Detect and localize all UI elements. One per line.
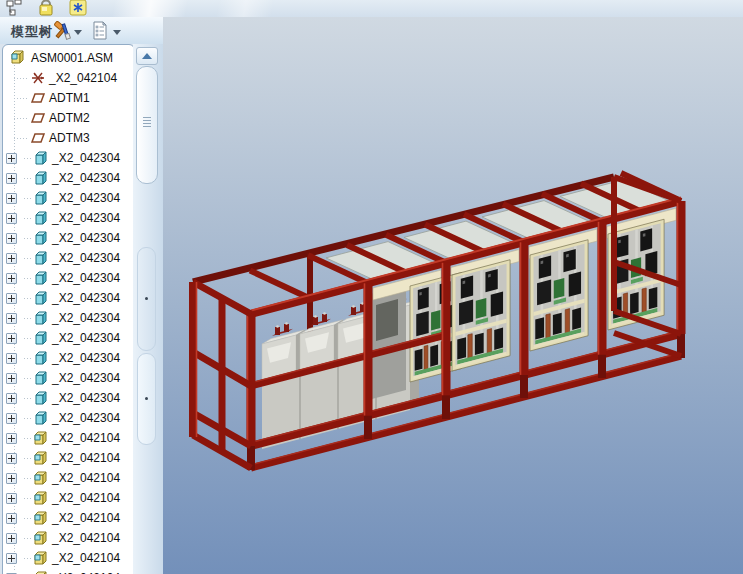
tree-item[interactable]: _X2_042304: [3, 168, 134, 188]
expand-icon[interactable]: [6, 373, 17, 384]
tree-item[interactable]: _X2_042304: [3, 208, 134, 228]
part-icon: [33, 230, 49, 246]
datum-plane-icon: [30, 90, 46, 106]
tree-item[interactable]: _X2_042304: [3, 268, 134, 288]
part-icon: [33, 330, 49, 346]
tree-item-label: _X2_042104: [52, 531, 120, 545]
tree-item[interactable]: _X2_042104: [3, 528, 134, 548]
assembly-icon: [33, 470, 49, 486]
tree-item-label: _X2_042304: [52, 331, 120, 345]
tree-item[interactable]: _X2_042304: [3, 308, 134, 328]
scrollbar-thumb[interactable]: [136, 66, 158, 184]
tree-item[interactable]: ASM0001.ASM: [3, 48, 134, 68]
tree-item[interactable]: _X2_042304: [3, 408, 134, 428]
main-toolbar: [0, 0, 743, 18]
expand-icon[interactable]: [6, 433, 17, 444]
tree-item-label: _X2_042304: [52, 171, 120, 185]
part-icon: [33, 270, 49, 286]
expand-icon[interactable]: [6, 533, 17, 544]
asterisk-icon[interactable]: [68, 0, 88, 16]
part-icon: [33, 210, 49, 226]
assembly-icon: [33, 450, 49, 466]
tree-item[interactable]: _X2_042304: [3, 148, 134, 168]
part-icon: [33, 170, 49, 186]
expand-icon[interactable]: [6, 213, 17, 224]
expand-icon[interactable]: [6, 393, 17, 404]
tree-item[interactable]: _X2_042104: [3, 428, 134, 448]
tree-item-label: _X2_042304: [52, 251, 120, 265]
graphics-viewport[interactable]: [163, 17, 743, 574]
tree-item[interactable]: ADTM1: [3, 88, 134, 108]
tree-item[interactable]: _X2_042304: [3, 388, 134, 408]
part-icon: [33, 410, 49, 426]
expand-icon[interactable]: [6, 253, 17, 264]
list-dropdown-icon[interactable]: [113, 30, 121, 35]
assembly-icon: [33, 530, 49, 546]
part-icon: [33, 190, 49, 206]
expand-icon[interactable]: [6, 313, 17, 324]
part-icon: [33, 330, 49, 346]
tree-filter-dropdown-icon[interactable]: [74, 30, 82, 35]
tree-item[interactable]: _X2_042104: [3, 568, 134, 574]
expand-icon[interactable]: [6, 493, 17, 504]
tree-item-label: ADTM1: [49, 91, 90, 105]
expand-icon[interactable]: [6, 273, 17, 284]
tree-item[interactable]: _X2_042104: [3, 508, 134, 528]
part-icon: [33, 250, 49, 266]
expand-icon[interactable]: [6, 413, 17, 424]
tree-item[interactable]: _X2_042304: [3, 288, 134, 308]
lock-icon[interactable]: [36, 0, 56, 16]
tree-item-label: _X2_042304: [52, 151, 120, 165]
expand-icon[interactable]: [6, 153, 17, 164]
tree-item[interactable]: _X2_042304: [3, 228, 134, 248]
hierarchy-icon[interactable]: [5, 0, 25, 16]
tree-item[interactable]: _X2_042104: [3, 468, 134, 488]
part-icon: [33, 390, 49, 406]
expand-icon[interactable]: [6, 353, 17, 364]
assembly-icon: [33, 490, 49, 506]
assembly-icon: [33, 570, 49, 574]
tree-item-label: ADTM3: [49, 131, 90, 145]
scrollbar-up-button[interactable]: [136, 47, 158, 65]
expand-icon[interactable]: [6, 513, 17, 524]
expand-icon[interactable]: [6, 333, 17, 344]
tree-item-label: _X2_042104: [52, 471, 120, 485]
tree-item[interactable]: ADTM3: [3, 128, 134, 148]
sash-handle-upper[interactable]: [137, 247, 156, 351]
tree-item[interactable]: _X2_042304: [3, 348, 134, 368]
tree-item[interactable]: _X2_042304: [3, 188, 134, 208]
expand-icon[interactable]: [6, 473, 17, 484]
part-icon: [33, 230, 49, 246]
tree-item[interactable]: _X2_042304: [3, 328, 134, 348]
model-tree-header: 模型树: [0, 17, 163, 44]
expand-icon[interactable]: [6, 173, 17, 184]
part-icon: [33, 210, 49, 226]
assembly-icon: [33, 430, 49, 446]
tree-item[interactable]: ADTM2: [3, 108, 134, 128]
tree-item[interactable]: _X2_042304: [3, 368, 134, 388]
model-tree-list: ASM0001.ASM _X2_042104 ADTM1 ADTM2 ADTM3…: [3, 48, 134, 574]
sash-handle-lower[interactable]: [137, 353, 156, 445]
tree-item[interactable]: _X2_042104: [3, 488, 134, 508]
expand-icon[interactable]: [6, 233, 17, 244]
expand-icon[interactable]: [6, 293, 17, 304]
tree-item-label: _X2_042304: [52, 411, 120, 425]
tree-item[interactable]: _X2_042104: [3, 548, 134, 568]
part-icon: [33, 190, 49, 206]
tools-icon[interactable]: [52, 21, 72, 41]
part-icon: [33, 410, 49, 426]
expand-icon[interactable]: [6, 453, 17, 464]
tree-item-label: _X2_042104: [52, 551, 120, 565]
expand-icon[interactable]: [6, 193, 17, 204]
tree-item[interactable]: _X2_042304: [3, 248, 134, 268]
part-icon: [33, 310, 49, 326]
tree-item[interactable]: _X2_042104: [3, 68, 134, 88]
assembly-icon: [33, 430, 49, 446]
part-icon: [33, 370, 49, 386]
tree-item-label: _X2_042304: [52, 311, 120, 325]
model-tree-title: 模型树: [11, 23, 53, 41]
tree-item[interactable]: _X2_042104: [3, 448, 134, 468]
tree-item-label: _X2_042304: [52, 371, 120, 385]
settings-list-icon[interactable]: [90, 21, 110, 41]
expand-icon[interactable]: [6, 553, 17, 564]
